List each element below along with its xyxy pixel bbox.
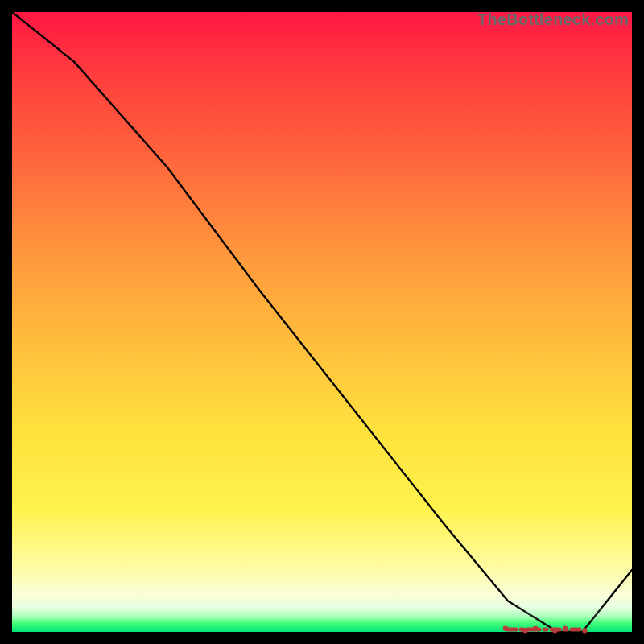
- bottleneck-curve: [12, 12, 632, 632]
- svg-point-3: [552, 628, 557, 633]
- chart-stage: TheBottleneck.com: [0, 0, 644, 644]
- svg-point-5: [582, 628, 587, 633]
- svg-point-2: [533, 626, 538, 631]
- svg-point-4: [563, 626, 568, 631]
- chart-svg: [12, 12, 632, 632]
- svg-point-1: [522, 628, 527, 633]
- chart-plot-area: TheBottleneck.com: [12, 12, 632, 632]
- svg-point-0: [503, 626, 508, 631]
